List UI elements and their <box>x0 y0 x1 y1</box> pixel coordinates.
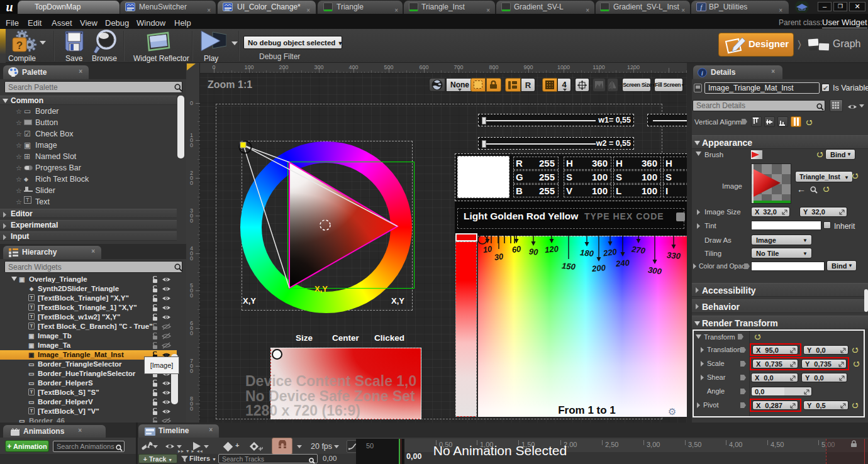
svg-text:150: 150 <box>562 261 577 272</box>
svg-text:90: 90 <box>528 246 538 257</box>
svg-text:i: i <box>701 70 703 77</box>
svg-text:60: 60 <box>511 244 522 255</box>
svg-text:330: 330 <box>667 250 682 261</box>
svg-text:300: 300 <box>647 265 662 277</box>
svg-text:200: 200 <box>591 263 606 273</box>
svg-text:220: 220 <box>602 246 618 258</box>
svg-text:10: 10 <box>482 244 493 255</box>
svg-text:270: 270 <box>630 244 646 255</box>
svg-text:+: + <box>235 441 239 449</box>
svg-text:?: ? <box>16 40 23 52</box>
svg-text:180: 180 <box>580 248 595 258</box>
svg-text:30: 30 <box>494 251 504 262</box>
svg-text:120: 120 <box>544 244 559 255</box>
svg-text:240: 240 <box>615 258 630 268</box>
